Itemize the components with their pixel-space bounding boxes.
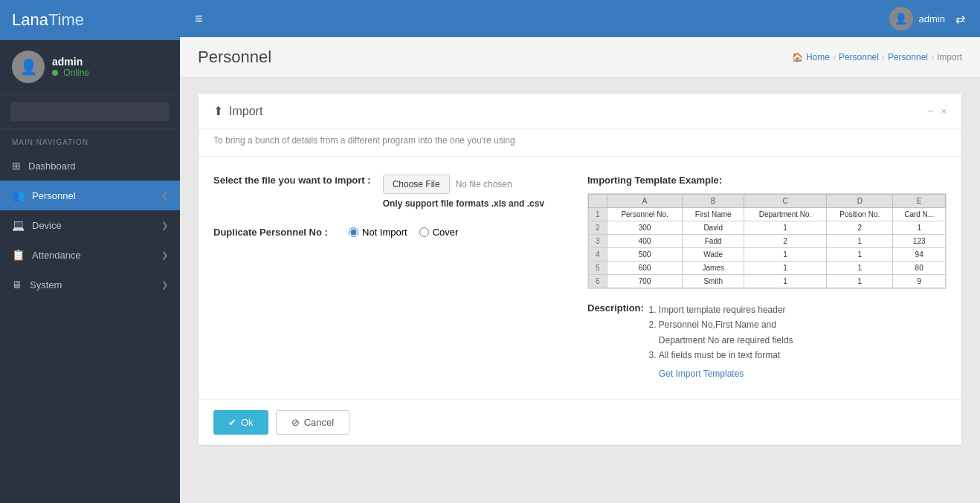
- duplicate-section: Duplicate Personnel No : Not Import Cove…: [213, 227, 573, 238]
- attendance-icon: 📋: [12, 249, 25, 261]
- radio-cover[interactable]: Cover: [419, 227, 459, 238]
- sidebar-header: LanaTime: [0, 0, 180, 40]
- username: admin: [52, 56, 89, 68]
- dashboard-icon: ⊞: [12, 160, 21, 172]
- device-icon: 💻: [12, 219, 25, 231]
- sidebar-item-device[interactable]: 💻 Device ❯: [0, 210, 180, 240]
- table-cell: Position No.: [827, 208, 893, 221]
- table-col-a: A: [607, 195, 683, 208]
- breadcrumb-current: Import: [937, 52, 962, 62]
- import-title-text: Import: [229, 105, 262, 118]
- table-col-c: C: [744, 195, 826, 208]
- duplicate-label: Duplicate Personnel No :: [213, 227, 338, 238]
- search-input[interactable]: [10, 102, 170, 121]
- user-status: Online: [52, 68, 89, 78]
- no-file-text: No file chosen: [456, 179, 512, 189]
- cancel-label: Cancel: [304, 417, 334, 428]
- table-row: 6 700 Smith 1 1 9: [589, 275, 946, 288]
- import-right: Importing Template Example: A B C D: [587, 175, 947, 381]
- chevron-icon: ❯: [161, 250, 168, 260]
- sidebar-item-label: System: [30, 279, 62, 291]
- radio-not-import-input[interactable]: [349, 227, 358, 237]
- sidebar: LanaTime 👤 admin Online MAIN NAVIGATION …: [0, 0, 180, 503]
- sidebar-item-system[interactable]: 🖥 System ❯: [0, 270, 180, 299]
- breadcrumb-personnel1[interactable]: Personnel: [839, 52, 879, 62]
- radio-cover-label: Cover: [433, 227, 459, 238]
- radio-cover-input[interactable]: [419, 227, 429, 237]
- template-table: A B C D E 1: [588, 194, 946, 288]
- file-input-area: Choose File No file chosen Only support …: [383, 175, 544, 209]
- breadcrumb-home[interactable]: Home: [806, 52, 830, 62]
- cancel-icon: ⊘: [291, 417, 300, 428]
- system-icon: 🖥: [12, 279, 22, 291]
- breadcrumb: 🏠 Home › Personnel › Personnel › Import: [792, 52, 962, 62]
- upload-icon: ⬆: [213, 104, 223, 118]
- sidebar-item-label: Dashboard: [28, 160, 76, 172]
- radio-group: Not Import Cover: [349, 227, 458, 238]
- table-row: 2 300 David 1 2 1: [589, 221, 946, 235]
- import-footer: ✔ Ok ⊘ Cancel: [199, 399, 961, 445]
- get-template-link[interactable]: Get Import Templates: [647, 366, 793, 381]
- import-left: Select the file you want to import : Cho…: [213, 175, 573, 381]
- ok-button[interactable]: ✔ Ok: [213, 410, 268, 435]
- chevron-icon: ❯: [161, 221, 168, 230]
- import-body: Select the file you want to import : Cho…: [199, 157, 961, 399]
- logo-bold: Lana: [12, 10, 48, 29]
- import-panel-controls: − ×: [928, 106, 947, 117]
- sidebar-search[interactable]: [0, 94, 180, 129]
- file-input-row: Choose File No file chosen: [383, 175, 544, 194]
- import-panel: ⬆ Import − × To bring a bunch of details…: [198, 93, 962, 446]
- page-header: Personnel 🏠 Home › Personnel › Personnel…: [180, 37, 980, 78]
- radio-not-import[interactable]: Not Import: [349, 227, 407, 238]
- user-info: admin Online: [52, 56, 89, 78]
- table-row: 3 400 Fadd 2 1 123: [589, 235, 946, 248]
- table-cell: First Name: [683, 208, 744, 221]
- table-cell: Card N...: [893, 208, 946, 221]
- topbar: ≡ 👤 admin ⇄: [180, 0, 980, 37]
- template-section: Importing Template Example: A B C D: [587, 175, 947, 289]
- description-text: Import template requires header Personne…: [647, 302, 793, 381]
- table-col-empty: [589, 195, 607, 208]
- page-title: Personnel: [198, 48, 271, 67]
- table-cell: Personnel No.: [607, 208, 683, 221]
- sidebar-item-personnel[interactable]: 👥 Personnel ❮: [0, 181, 180, 210]
- share-icon[interactable]: ⇄: [955, 12, 965, 26]
- chevron-icon: ❮: [161, 191, 168, 201]
- ok-label: Ok: [241, 417, 254, 428]
- import-panel-header: ⬆ Import − ×: [199, 94, 961, 129]
- description-section: Description: Import template requires he…: [587, 302, 947, 381]
- cancel-button[interactable]: ⊘ Cancel: [276, 410, 349, 435]
- description-label: Description:: [587, 302, 644, 375]
- home-icon: 🏠: [792, 52, 803, 62]
- table-col-e: E: [893, 195, 946, 208]
- radio-not-import-label: Not Import: [362, 227, 407, 238]
- table-row: 5 600 James 1 1 80: [589, 262, 946, 275]
- menu-icon[interactable]: ≡: [195, 11, 203, 27]
- sidebar-item-attendance[interactable]: 📋 Attendance ❯: [0, 240, 180, 270]
- topbar-right: 👤 admin ⇄: [889, 7, 965, 30]
- description-item-1: Import template requires header: [659, 302, 793, 317]
- table-row: 1 Personnel No. First Name Department No…: [589, 208, 946, 221]
- row-num: 1: [589, 208, 607, 221]
- file-label: Select the file you want to import :: [213, 175, 371, 186]
- choose-file-button[interactable]: Choose File: [383, 175, 450, 194]
- import-subtitle: To bring a bunch of details from a diffe…: [199, 129, 961, 157]
- table-cell: Department No.: [744, 208, 826, 221]
- minimize-button[interactable]: −: [928, 106, 934, 117]
- personnel-icon: 👥: [12, 189, 25, 201]
- close-button[interactable]: ×: [941, 106, 947, 117]
- sidebar-item-label: Personnel: [32, 190, 76, 201]
- status-dot: [52, 70, 58, 76]
- topbar-user: 👤 admin: [889, 7, 945, 30]
- page-content: Personnel 🏠 Home › Personnel › Personnel…: [180, 37, 980, 503]
- topbar-avatar: 👤: [889, 7, 913, 30]
- breadcrumb-personnel2[interactable]: Personnel: [888, 52, 928, 62]
- sidebar-item-dashboard[interactable]: ⊞ Dashboard: [0, 151, 180, 181]
- main-content: ≡ 👤 admin ⇄ Personnel 🏠 Home › Personnel…: [180, 0, 980, 503]
- check-icon: ✔: [228, 417, 236, 428]
- template-image: A B C D E 1: [587, 193, 947, 289]
- sidebar-item-label: Device: [32, 220, 62, 231]
- description-item-3: All fields must be in text format: [659, 348, 793, 363]
- file-select-section: Select the file you want to import : Cho…: [213, 175, 573, 209]
- app-logo: LanaTime: [12, 10, 84, 30]
